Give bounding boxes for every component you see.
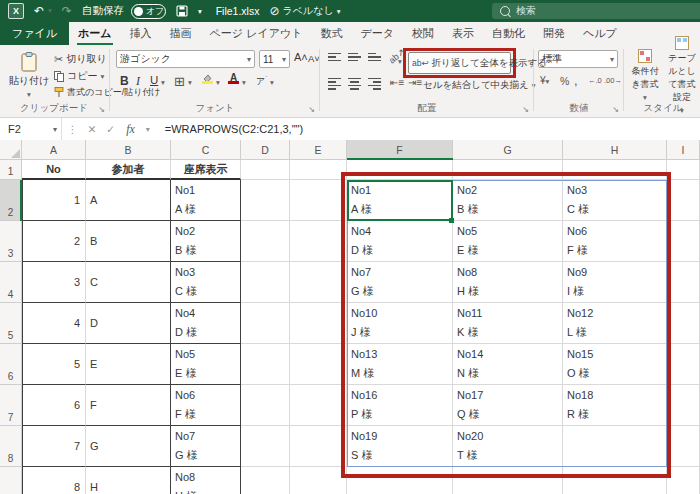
alignment-dialog-launcher-icon[interactable]: ↘ (522, 105, 529, 114)
cell-B9[interactable]: H (86, 467, 171, 494)
cell-G5[interactable]: No11K 様 (453, 303, 563, 344)
number-format-combo[interactable]: 標準▾ (538, 50, 618, 68)
column-header-H[interactable]: H (563, 140, 667, 160)
borders-dropdown-icon[interactable]: ▾ (188, 78, 192, 87)
cell-I6[interactable] (667, 344, 700, 385)
cell-F6[interactable]: No13M 様 (347, 344, 453, 385)
cut-button[interactable]: ✂ 切り取り (54, 52, 107, 66)
cell-I1[interactable] (667, 160, 700, 180)
cell-A4[interactable]: 3 (22, 262, 86, 303)
fill-color-button[interactable] (202, 74, 213, 84)
font-color-button[interactable]: A (228, 73, 239, 84)
select-all-corner[interactable] (0, 140, 22, 160)
save-options-chevron-icon[interactable]: ▾ (198, 7, 202, 16)
cell-H8[interactable] (563, 426, 667, 467)
cell-C2[interactable]: No1A 様 (171, 180, 241, 221)
column-header-I[interactable]: I (667, 140, 700, 160)
row-header-1[interactable]: 1 (0, 160, 22, 180)
cell-B2[interactable]: A (86, 180, 171, 221)
column-header-B[interactable]: B (86, 140, 171, 160)
cell-D8[interactable] (241, 426, 290, 467)
cell-G4[interactable]: No8H 様 (453, 262, 563, 303)
orientation-dropdown-icon[interactable]: ▾ (398, 57, 402, 66)
format-as-table-button[interactable]: テーブルとして書式設定 ▾ (664, 49, 700, 101)
cell-D5[interactable] (241, 303, 290, 344)
cell-C4[interactable]: No3C 様 (171, 262, 241, 303)
row-header-4[interactable]: 4 (0, 262, 22, 303)
cell-G1[interactable] (453, 160, 563, 180)
cell-A3[interactable]: 2 (22, 221, 86, 262)
cell-D9[interactable] (241, 467, 290, 494)
cell-E2[interactable] (290, 180, 347, 221)
row-header-5[interactable]: 5 (0, 303, 22, 344)
cell-H9[interactable] (563, 467, 667, 494)
align-center-icon[interactable] (348, 78, 361, 90)
ribbon-tab-idx9[interactable]: 自動化 (483, 22, 534, 45)
cell-A6[interactable]: 5 (22, 344, 86, 385)
column-header-G[interactable]: G (453, 140, 563, 160)
ruby-dropdown-icon[interactable]: ▾ (270, 78, 274, 87)
cell-B5[interactable]: D (86, 303, 171, 344)
autosave-toggle[interactable]: オフ (131, 4, 166, 19)
cell-E1[interactable] (290, 160, 347, 180)
column-header-D[interactable]: D (241, 140, 290, 160)
ribbon-tab-idx10[interactable]: 開発 (534, 22, 574, 45)
align-right-icon[interactable] (368, 78, 381, 90)
fill-color-dropdown-icon[interactable]: ▾ (216, 78, 220, 87)
cell-I8[interactable] (667, 426, 700, 467)
confirm-entry-icon[interactable]: ✓ (101, 123, 120, 135)
cell-H4[interactable]: No9I 様 (563, 262, 667, 303)
cell-C7[interactable]: No6F 様 (171, 385, 241, 426)
cell-F9[interactable] (347, 467, 453, 494)
sensitivity-label[interactable]: ⊘ ラベルなし ▾ (269, 4, 340, 18)
cell-A8[interactable]: 7 (22, 426, 86, 467)
cell-F8[interactable]: No19S 様 (347, 426, 453, 467)
row-header-2[interactable]: 2 (0, 180, 22, 221)
cell-H1[interactable] (563, 160, 667, 180)
cell-G2[interactable]: No2B 様 (453, 180, 563, 221)
save-button[interactable] (176, 5, 188, 17)
cell-C3[interactable]: No2B 様 (171, 221, 241, 262)
cell-C1[interactable]: 座席表示 (171, 160, 241, 180)
cell-I9[interactable] (667, 467, 700, 494)
column-header-C[interactable]: C (171, 140, 241, 160)
undo-dropdown-icon[interactable]: ▾ (48, 7, 52, 15)
currency-format-button[interactable]: ¥▾ (540, 75, 549, 86)
column-header-A[interactable]: A (22, 140, 86, 160)
ribbon-tab-file[interactable]: ファイル (0, 22, 69, 45)
cell-D7[interactable] (241, 385, 290, 426)
ribbon-tab-idx11[interactable]: ヘルプ (574, 22, 626, 45)
cell-B3[interactable]: B (86, 221, 171, 262)
undo-button[interactable]: ↶▾ (34, 5, 52, 17)
cell-F5[interactable]: No10J 様 (347, 303, 453, 344)
cell-B6[interactable]: E (86, 344, 171, 385)
cell-F3[interactable]: No4D 様 (347, 221, 453, 262)
italic-button[interactable]: I (136, 74, 140, 89)
percent-style-button[interactable]: % (560, 75, 569, 87)
borders-button[interactable]: ⊞ (174, 75, 185, 88)
cell-G8[interactable]: No20T 様 (453, 426, 563, 467)
align-bottom-icon[interactable] (368, 53, 381, 61)
cell-C8[interactable]: No7G 様 (171, 426, 241, 467)
conditional-formatting-button[interactable]: 条件付き書式 ▾ (628, 49, 662, 101)
font-name-combo[interactable]: 游ゴシック▾ (116, 50, 255, 68)
increase-decimal-button[interactable]: ←.0 (588, 76, 602, 85)
redo-button[interactable]: ↷ (62, 5, 72, 17)
cell-D4[interactable] (241, 262, 290, 303)
number-dialog-launcher-icon[interactable]: ↘ (612, 105, 619, 114)
wrap-text-button[interactable]: ab↩ 折り返して全体を表示する (408, 52, 511, 74)
cell-I7[interactable] (667, 385, 700, 426)
cell-C9[interactable]: No8H 様 (171, 467, 241, 494)
cell-F4[interactable]: No7G 様 (347, 262, 453, 303)
align-middle-icon[interactable] (348, 53, 361, 61)
cell-C6[interactable]: No5E 様 (171, 344, 241, 385)
cell-E3[interactable] (290, 221, 347, 262)
cell-G9[interactable] (453, 467, 563, 494)
cell-H5[interactable]: No12L 様 (563, 303, 667, 344)
cell-H7[interactable]: No18R 様 (563, 385, 667, 426)
cell-I5[interactable] (667, 303, 700, 344)
cell-D3[interactable] (241, 221, 290, 262)
excel-app-icon[interactable]: X (8, 3, 24, 19)
row-header-3[interactable]: 3 (0, 221, 22, 262)
row-header-7[interactable]: 7 (0, 385, 22, 426)
